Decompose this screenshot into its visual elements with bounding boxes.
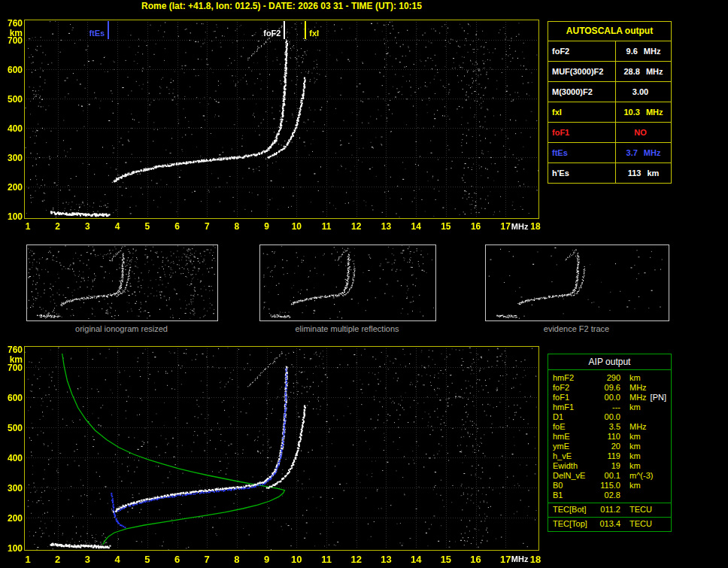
parameter-unit: MHz: [644, 148, 661, 157]
y-axis-tick-label: 300: [2, 483, 23, 494]
aip-row-hve: h_vE119km: [548, 451, 671, 461]
x-axis-unit-label: MHz: [508, 554, 531, 563]
parameter-label: hmE: [553, 432, 596, 442]
parameter-label: foF2: [548, 41, 616, 61]
parameter-value: 3.5: [596, 422, 620, 432]
x-axis-tick-label: 10: [287, 221, 305, 232]
x-axis-tick-label: 4: [108, 221, 126, 232]
thumbnail-cleaned-canvas: [260, 245, 434, 319]
parameter-value-cell: 28.8MHz: [616, 67, 671, 76]
parameter-value-cell: 3.00: [616, 87, 671, 96]
x-axis-tick-label: 12: [347, 221, 366, 232]
parameter-unit: TECU: [629, 505, 652, 515]
parameter-label: foE: [553, 422, 596, 432]
y-axis-tick-label: 400: [2, 453, 23, 463]
thumbnail-cleaned-frame: [259, 245, 436, 321]
y-axis-unit-label: km: [2, 354, 23, 365]
x-axis-tick-label: 11: [317, 221, 335, 232]
parameter-unit: MHz: [629, 422, 647, 432]
parameter-label: foF2: [553, 383, 596, 393]
y-axis-tick-label: 200: [2, 182, 23, 193]
y-axis-tick-label: 600: [2, 65, 23, 75]
x-axis-tick-label: 5: [138, 554, 156, 565]
x-axis-tick-label: 14: [407, 221, 425, 232]
parameter-value: 3.00: [632, 87, 648, 96]
thumbnail-original-caption: original ionogram resized: [26, 324, 217, 333]
parameter-unit: m^(-3): [629, 471, 653, 481]
aip-tec-rows: TEC[Bot]011.2TECUTEC[Top]013.4TECU: [548, 505, 671, 529]
parameter-value: 28.8: [623, 67, 639, 76]
x-axis-tick-label: 17: [496, 221, 514, 232]
parameter-unit: TECU: [629, 519, 652, 529]
parameter-value-cell: 9.6MHz: [616, 47, 671, 56]
autoscala-row-fxi: fxI10.3MHz: [548, 102, 671, 123]
x-axis-tick-label: 18: [526, 554, 544, 565]
y-axis-tick-label: 600: [2, 393, 23, 403]
autoscala-row-hes: h'Es113km: [548, 163, 671, 183]
parameter-value: 00.1: [596, 471, 620, 481]
x-axis-tick-label: 15: [437, 554, 455, 565]
thumbnail-original-canvas: [27, 245, 216, 319]
parameter-value: 20: [596, 442, 620, 451]
parameter-label: D1: [553, 412, 596, 422]
parameter-value-cell: 10.3MHz: [616, 108, 671, 117]
parameter-unit: km: [629, 442, 641, 451]
x-axis-tick-label: 1: [19, 554, 37, 565]
aip-row-fof1: foF100.0MHz[PN]: [548, 393, 671, 402]
y-axis-tick-label: 500: [2, 423, 23, 433]
aip-divider: [548, 503, 671, 503]
parameter-value: 02.8: [596, 491, 620, 500]
y-axis-tick-label: 300: [2, 153, 23, 163]
parameter-label: ftEs: [548, 143, 616, 163]
x-axis-tick-label: 3: [78, 221, 96, 232]
page-title: Rome (lat: +41.8, lon: 012.5) - DATE: 20…: [25, 1, 538, 11]
aip-row-b0: B0115.0km: [548, 481, 671, 491]
x-axis-tick-label: 18: [526, 221, 544, 232]
parameter-label: ymE: [553, 442, 596, 451]
parameter-value-cell: 113km: [616, 169, 671, 178]
autoscala-ionogram-screen: Rome (lat: +41.8, lon: 012.5) - DATE: 20…: [0, 0, 728, 568]
parameter-value: ---: [596, 402, 620, 412]
parameter-label: Ewidth: [553, 461, 596, 471]
x-axis-tick-label: 7: [198, 221, 216, 232]
x-axis-tick-label: 13: [377, 554, 395, 565]
parameter-value: 3.7: [626, 148, 638, 157]
parameter-value: 011.2: [596, 505, 620, 515]
x-axis-unit-label: MHz: [508, 222, 531, 231]
parameter-value: 19: [596, 461, 620, 471]
aip-output-title: AIP output: [548, 354, 671, 370]
thumbnail-original-frame: [26, 245, 218, 321]
x-axis-tick-label: 14: [407, 554, 425, 565]
parameter-unit: MHz: [629, 383, 647, 393]
parameter-value-cell: 3.7MHz: [616, 148, 671, 157]
x-axis-tick-label: 13: [377, 221, 395, 232]
parameter-value: 113: [628, 169, 642, 178]
parameter-unit: MHz: [646, 67, 663, 76]
x-axis-tick-label: 12: [347, 554, 366, 565]
aip-output-panel: AIP output hmF2290kmfoF209.6MHzfoF100.0M…: [548, 354, 672, 532]
parameter-unit: MHz: [644, 47, 661, 56]
parameter-value: 09.6: [596, 383, 620, 393]
y-axis-tick-label: 100: [2, 211, 23, 222]
parameter-label: DelN_vE: [553, 471, 596, 481]
parameter-flag: [PN]: [651, 393, 666, 402]
parameter-label: TEC[Top]: [553, 519, 596, 529]
parameter-value: 115.0: [596, 481, 620, 491]
parameter-label: B1: [553, 491, 596, 500]
x-axis-tick-label: 6: [168, 221, 187, 232]
aip-row-tectop: TEC[Top]013.4TECU: [548, 519, 671, 529]
x-axis-tick-label: 9: [258, 221, 276, 232]
aip-row-hmf2: hmF2290km: [548, 373, 671, 383]
parameter-unit: km: [629, 461, 641, 471]
aip-row-b1: B102.8: [548, 491, 671, 500]
x-axis-tick-label: 10: [287, 554, 305, 565]
aip-row-delnve: DelN_vE00.1m^(-3): [548, 471, 671, 481]
aip-row-fof2: foF209.6MHz: [548, 383, 671, 393]
x-axis-tick-label: 17: [496, 554, 514, 565]
parameter-label: fxI: [548, 102, 616, 122]
aip-divider: [548, 517, 671, 518]
y-axis-unit-label: km: [2, 28, 23, 38]
y-axis-tick-label: 200: [2, 513, 23, 524]
y-axis-tick-label: 700: [2, 363, 23, 373]
parameter-label: foF1: [548, 123, 616, 142]
